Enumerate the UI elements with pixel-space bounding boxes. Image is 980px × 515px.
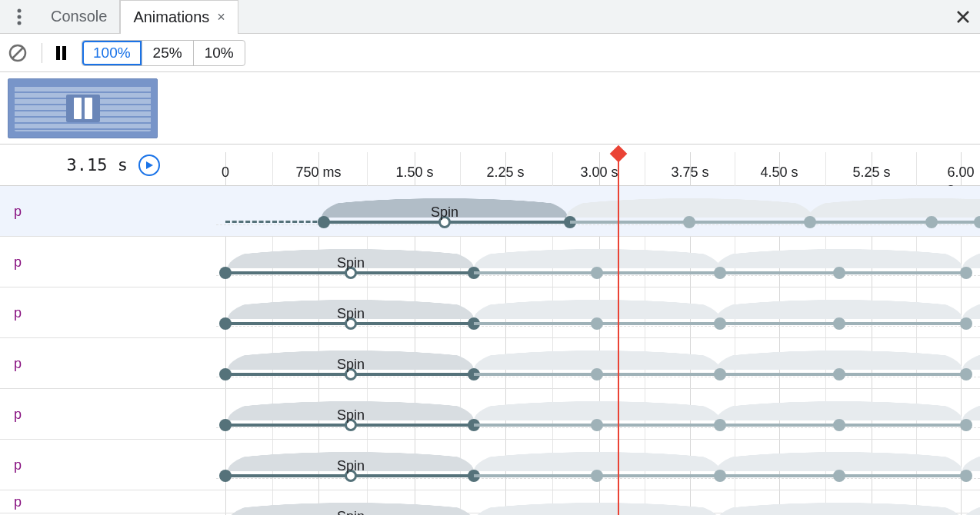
tab-label: Animations (133, 8, 209, 26)
svg-marker-4 (146, 161, 153, 169)
keyframe-label: Spin (337, 509, 365, 515)
track-element-label: p (14, 355, 22, 371)
play-button[interactable] (138, 154, 160, 176)
track-element-label: p (14, 493, 22, 510)
svg-point-1 (18, 15, 22, 18)
track-row[interactable]: pSpin (0, 237, 980, 287)
track-lane[interactable]: Spin (216, 490, 980, 513)
keyframe-label: Spin (431, 204, 458, 221)
track-row[interactable]: pSpin (0, 389, 980, 440)
track-lane[interactable]: Spin (216, 338, 980, 388)
track-row[interactable]: pSpin (0, 490, 980, 513)
pause-button[interactable] (56, 46, 66, 60)
keyframe-label: Spin (337, 407, 365, 424)
keyframe-label: Spin (337, 458, 365, 474)
ruler-tick-label: 4.50 s (760, 164, 798, 181)
track-row[interactable]: pSpin (0, 186, 980, 237)
tab-console[interactable]: Console (38, 0, 120, 33)
panel-close-button[interactable] (955, 0, 971, 34)
track-element-label: p (14, 406, 22, 422)
track-lane[interactable]: Spin (216, 389, 980, 439)
track-lane[interactable]: Spin (216, 237, 980, 287)
ruler-tick-label: 750 ms (295, 164, 341, 181)
keyframe-label: Spin (337, 255, 365, 271)
separator (42, 43, 42, 63)
track-row[interactable]: pSpin (0, 440, 980, 490)
tab-animations[interactable]: Animations × (120, 0, 238, 34)
tab-label: Console (51, 8, 107, 25)
keyframe-label: Spin (337, 357, 365, 373)
animation-group-thumbnail[interactable] (8, 78, 158, 138)
pause-icon (66, 95, 100, 122)
ruler-tick-label: 5.25 s (852, 164, 890, 181)
playhead[interactable] (618, 154, 619, 515)
ruler-tick-label: 3.00 s (580, 164, 618, 181)
track-lane[interactable]: Spin (216, 287, 980, 337)
animations-toolbar: 100% 25% 10% (0, 34, 980, 72)
ruler-tick-label: 2.25 s (486, 164, 524, 181)
track-lane[interactable]: Spin (216, 186, 980, 236)
timeline-tracks: pSpinpSpinpSpinpSpinpSpinpSpinpSpin (0, 186, 980, 513)
track-element-label: p (14, 457, 22, 473)
track-row[interactable]: pSpin (0, 287, 980, 338)
clear-button[interactable] (8, 43, 28, 63)
svg-point-0 (18, 8, 22, 12)
track-element-label: p (14, 304, 22, 321)
close-icon[interactable]: × (217, 9, 225, 25)
ruler-tick-label: 0 (222, 164, 229, 181)
svg-point-2 (18, 21, 22, 25)
devtools-tabbar: Console Animations × (0, 0, 980, 34)
playback-speed-group: 100% 25% 10% (82, 40, 245, 66)
speed-10-button[interactable]: 10% (193, 41, 245, 65)
ruler-tick-label: 1.50 s (395, 164, 433, 181)
current-time-label: 3.15 s (67, 155, 128, 174)
track-lane[interactable]: Spin (216, 440, 980, 490)
capture-previews (0, 72, 980, 145)
speed-25-button[interactable]: 25% (142, 41, 193, 65)
ruler-labels: 0750 ms1.50 s2.25 s3.00 s3.75 s4.50 s5.2… (216, 152, 980, 186)
track-element-label: p (14, 254, 22, 270)
speed-100-button[interactable]: 100% (82, 41, 142, 65)
more-options-icon[interactable] (0, 0, 38, 33)
keyframe-label: Spin (337, 306, 365, 322)
track-row[interactable]: pSpin (0, 338, 980, 389)
ruler-tick-label: 3.75 s (671, 164, 708, 181)
track-element-label: p (14, 203, 22, 219)
